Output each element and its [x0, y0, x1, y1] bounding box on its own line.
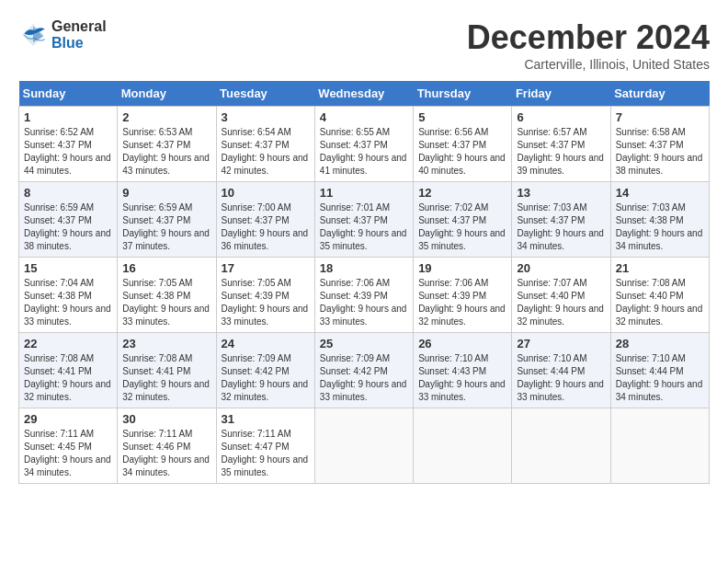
calendar-cell: 16 Sunrise: 7:05 AM Sunset: 4:38 PM Dayl… — [118, 258, 216, 333]
weekday-header-saturday: Saturday — [610, 81, 709, 107]
calendar-cell — [314, 408, 413, 484]
day-detail: Sunrise: 7:06 AM Sunset: 4:39 PM Dayligh… — [320, 277, 408, 328]
calendar-cell: 30 Sunrise: 7:11 AM Sunset: 4:46 PM Dayl… — [118, 408, 216, 484]
day-detail: Sunrise: 7:11 AM Sunset: 4:47 PM Dayligh… — [222, 428, 310, 479]
day-detail: Sunrise: 7:08 AM Sunset: 4:41 PM Dayligh… — [122, 352, 210, 404]
calendar-cell: 12 Sunrise: 7:02 AM Sunset: 4:37 PM Dayl… — [414, 182, 512, 258]
day-number: 8 — [24, 186, 112, 200]
week-row-3: 15 Sunrise: 7:04 AM Sunset: 4:38 PM Dayl… — [19, 258, 710, 333]
calendar-cell: 31 Sunrise: 7:11 AM Sunset: 4:47 PM Dayl… — [216, 408, 314, 484]
week-row-5: 29 Sunrise: 7:11 AM Sunset: 4:45 PM Dayl… — [19, 408, 710, 484]
day-number: 12 — [418, 186, 506, 200]
day-number: 5 — [418, 110, 506, 124]
calendar-cell: 21 Sunrise: 7:08 AM Sunset: 4:40 PM Dayl… — [610, 258, 709, 333]
calendar-cell — [414, 408, 512, 484]
day-detail: Sunrise: 7:04 AM Sunset: 4:38 PM Dayligh… — [24, 277, 112, 328]
day-number: 11 — [320, 186, 408, 200]
calendar-cell: 25 Sunrise: 7:09 AM Sunset: 4:42 PM Dayl… — [314, 333, 413, 408]
title-section: December 2024 Carterville, Illinois, Uni… — [467, 18, 710, 72]
month-title: December 2024 — [467, 18, 710, 57]
day-number: 18 — [320, 261, 408, 275]
day-detail: Sunrise: 7:07 AM Sunset: 4:40 PM Dayligh… — [517, 277, 605, 328]
day-number: 10 — [222, 186, 310, 200]
calendar-cell: 15 Sunrise: 7:04 AM Sunset: 4:38 PM Dayl… — [19, 258, 118, 333]
day-detail: Sunrise: 7:05 AM Sunset: 4:39 PM Dayligh… — [222, 277, 310, 328]
day-number: 4 — [320, 110, 408, 124]
day-detail: Sunrise: 7:03 AM Sunset: 4:38 PM Dayligh… — [616, 201, 704, 253]
calendar-cell: 2 Sunrise: 6:53 AM Sunset: 4:37 PM Dayli… — [118, 107, 216, 182]
calendar-cell: 24 Sunrise: 7:09 AM Sunset: 4:42 PM Dayl… — [216, 333, 314, 408]
day-number: 7 — [616, 110, 704, 124]
weekday-header-tuesday: Tuesday — [216, 81, 314, 107]
calendar-cell: 18 Sunrise: 7:06 AM Sunset: 4:39 PM Dayl… — [314, 258, 413, 333]
day-detail: Sunrise: 7:08 AM Sunset: 4:40 PM Dayligh… — [616, 277, 704, 328]
week-row-4: 22 Sunrise: 7:08 AM Sunset: 4:41 PM Dayl… — [19, 333, 710, 408]
calendar-cell: 26 Sunrise: 7:10 AM Sunset: 4:43 PM Dayl… — [414, 333, 512, 408]
day-number: 30 — [122, 412, 210, 426]
day-detail: Sunrise: 6:56 AM Sunset: 4:37 PM Dayligh… — [418, 126, 506, 178]
day-number: 21 — [616, 261, 704, 275]
day-number: 16 — [122, 261, 210, 275]
day-detail: Sunrise: 6:58 AM Sunset: 4:37 PM Dayligh… — [616, 126, 704, 178]
day-detail: Sunrise: 7:02 AM Sunset: 4:37 PM Dayligh… — [418, 201, 506, 253]
calendar-cell: 11 Sunrise: 7:01 AM Sunset: 4:37 PM Dayl… — [314, 182, 413, 258]
day-detail: Sunrise: 7:10 AM Sunset: 4:44 PM Dayligh… — [517, 352, 605, 404]
day-number: 29 — [24, 412, 112, 426]
day-detail: Sunrise: 6:52 AM Sunset: 4:37 PM Dayligh… — [24, 126, 112, 178]
weekday-header-thursday: Thursday — [414, 81, 512, 107]
day-number: 28 — [616, 337, 704, 350]
day-number: 20 — [517, 261, 605, 275]
calendar-cell — [512, 408, 610, 484]
weekday-header-wednesday: Wednesday — [314, 81, 413, 107]
calendar-cell — [610, 408, 709, 484]
day-number: 25 — [320, 337, 408, 350]
day-detail: Sunrise: 7:09 AM Sunset: 4:42 PM Dayligh… — [320, 352, 408, 404]
day-number: 22 — [24, 337, 112, 350]
day-detail: Sunrise: 7:00 AM Sunset: 4:37 PM Dayligh… — [222, 201, 310, 253]
calendar-cell: 7 Sunrise: 6:58 AM Sunset: 4:37 PM Dayli… — [610, 107, 709, 182]
calendar-cell: 8 Sunrise: 6:59 AM Sunset: 4:37 PM Dayli… — [19, 182, 118, 258]
day-number: 17 — [222, 261, 310, 275]
day-number: 2 — [122, 110, 210, 124]
day-number: 24 — [222, 337, 310, 350]
calendar-cell: 1 Sunrise: 6:52 AM Sunset: 4:37 PM Dayli… — [19, 107, 118, 182]
calendar-cell: 22 Sunrise: 7:08 AM Sunset: 4:41 PM Dayl… — [19, 333, 118, 408]
logo-text: General Blue — [51, 18, 107, 52]
week-row-1: 1 Sunrise: 6:52 AM Sunset: 4:37 PM Dayli… — [19, 107, 710, 182]
day-detail: Sunrise: 6:55 AM Sunset: 4:37 PM Dayligh… — [320, 126, 408, 178]
day-detail: Sunrise: 6:59 AM Sunset: 4:37 PM Dayligh… — [122, 201, 210, 253]
day-detail: Sunrise: 7:10 AM Sunset: 4:43 PM Dayligh… — [418, 352, 506, 404]
logo-icon — [18, 20, 48, 50]
day-number: 27 — [517, 337, 605, 350]
day-detail: Sunrise: 6:57 AM Sunset: 4:37 PM Dayligh… — [517, 126, 605, 178]
day-number: 31 — [222, 412, 310, 426]
day-number: 6 — [517, 110, 605, 124]
calendar-cell: 29 Sunrise: 7:11 AM Sunset: 4:45 PM Dayl… — [19, 408, 118, 484]
calendar-cell: 20 Sunrise: 7:07 AM Sunset: 4:40 PM Dayl… — [512, 258, 610, 333]
day-detail: Sunrise: 7:11 AM Sunset: 4:46 PM Dayligh… — [122, 428, 210, 479]
day-detail: Sunrise: 7:05 AM Sunset: 4:38 PM Dayligh… — [122, 277, 210, 328]
day-number: 9 — [122, 186, 210, 200]
calendar-cell: 10 Sunrise: 7:00 AM Sunset: 4:37 PM Dayl… — [216, 182, 314, 258]
location: Carterville, Illinois, United States — [467, 57, 710, 72]
day-detail: Sunrise: 7:03 AM Sunset: 4:37 PM Dayligh… — [517, 201, 605, 253]
logo: General Blue — [18, 18, 107, 52]
day-number: 15 — [24, 261, 112, 275]
day-detail: Sunrise: 6:54 AM Sunset: 4:37 PM Dayligh… — [222, 126, 310, 178]
page-header: General Blue December 2024 Carterville, … — [18, 18, 710, 72]
weekday-header-friday: Friday — [512, 81, 610, 107]
calendar-cell: 27 Sunrise: 7:10 AM Sunset: 4:44 PM Dayl… — [512, 333, 610, 408]
day-number: 13 — [517, 186, 605, 200]
calendar-cell: 13 Sunrise: 7:03 AM Sunset: 4:37 PM Dayl… — [512, 182, 610, 258]
calendar-cell: 28 Sunrise: 7:10 AM Sunset: 4:44 PM Dayl… — [610, 333, 709, 408]
week-row-2: 8 Sunrise: 6:59 AM Sunset: 4:37 PM Dayli… — [19, 182, 710, 258]
day-detail: Sunrise: 7:01 AM Sunset: 4:37 PM Dayligh… — [320, 201, 408, 253]
day-detail: Sunrise: 7:10 AM Sunset: 4:44 PM Dayligh… — [616, 352, 704, 404]
day-detail: Sunrise: 7:11 AM Sunset: 4:45 PM Dayligh… — [24, 428, 112, 479]
weekday-header-monday: Monday — [118, 81, 216, 107]
day-number: 23 — [122, 337, 210, 350]
calendar-cell: 23 Sunrise: 7:08 AM Sunset: 4:41 PM Dayl… — [118, 333, 216, 408]
calendar-cell: 3 Sunrise: 6:54 AM Sunset: 4:37 PM Dayli… — [216, 107, 314, 182]
weekday-header-sunday: Sunday — [19, 81, 118, 107]
day-number: 3 — [222, 110, 310, 124]
